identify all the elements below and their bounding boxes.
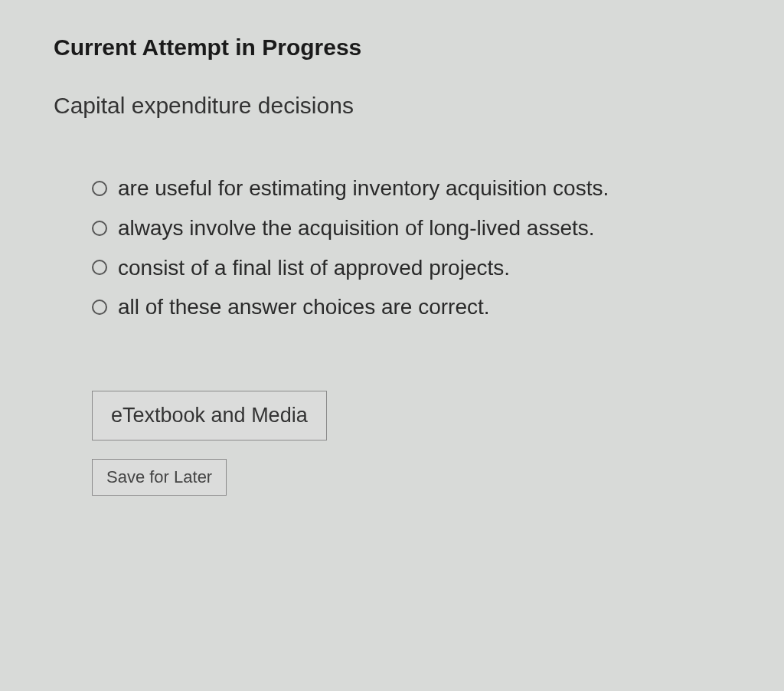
option-0[interactable]: are useful for estimating inventory acqu… — [92, 174, 730, 203]
radio-icon — [92, 260, 107, 275]
option-label: always involve the acquisition of long-l… — [118, 214, 595, 243]
radio-icon — [92, 221, 107, 236]
action-buttons: eTextbook and Media Save for Later — [54, 391, 730, 514]
etextbook-button[interactable]: eTextbook and Media — [92, 391, 327, 440]
option-label: all of these answer choices are correct. — [118, 293, 490, 322]
options-group: are useful for estimating inventory acqu… — [54, 174, 730, 322]
option-1[interactable]: always involve the acquisition of long-l… — [92, 214, 730, 243]
radio-icon — [92, 300, 107, 315]
option-label: consist of a final list of approved proj… — [118, 254, 510, 283]
option-3[interactable]: all of these answer choices are correct. — [92, 293, 730, 322]
save-for-later-button[interactable]: Save for Later — [92, 459, 227, 496]
option-2[interactable]: consist of a final list of approved proj… — [92, 254, 730, 283]
radio-icon — [92, 181, 107, 196]
attempt-heading: Current Attempt in Progress — [54, 34, 730, 61]
option-label: are useful for estimating inventory acqu… — [118, 174, 609, 203]
question-text: Capital expenditure decisions — [54, 93, 730, 119]
